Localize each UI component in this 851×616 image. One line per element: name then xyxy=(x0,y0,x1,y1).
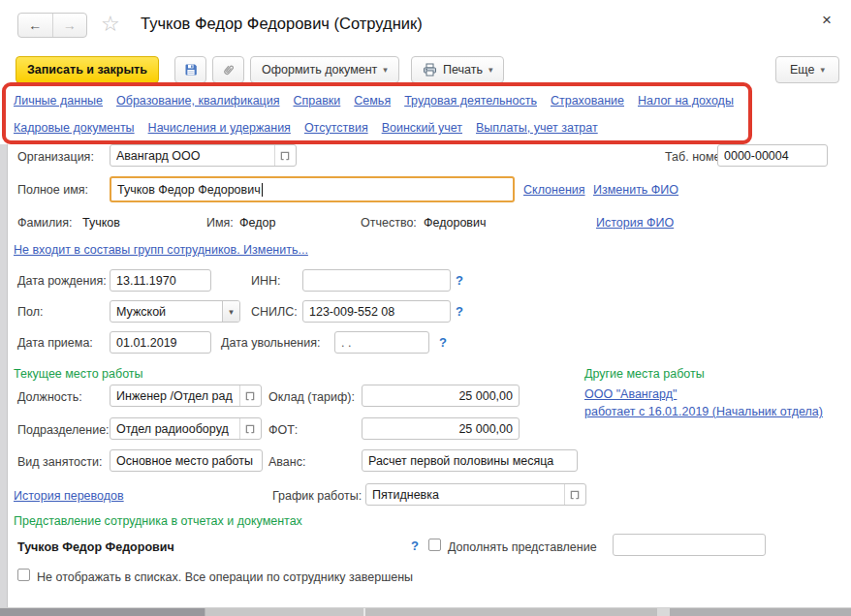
employee-card-window: ← → ☆ Тучков Федор Федорович (Сотрудник)… xyxy=(0,0,851,616)
employment-type-field[interactable]: Основное место работы xyxy=(110,449,263,472)
snils-help-icon[interactable]: ? xyxy=(456,304,463,319)
full-name-field[interactable]: Тучков Федор Федорович xyxy=(110,176,515,202)
change-fio-link[interactable]: Изменить ФИО xyxy=(593,183,678,197)
printer-icon xyxy=(423,63,437,77)
tab-number-field[interactable]: 0000-00004 xyxy=(717,144,828,167)
tab-absences[interactable]: Отсутствия xyxy=(304,121,368,135)
more-button[interactable]: Еще ▾ xyxy=(775,56,839,83)
tab-accruals-deductions[interactable]: Начисления и удержания xyxy=(148,121,291,135)
taskbar-segment xyxy=(657,608,670,616)
tab-income-tax[interactable]: Налог на доходы xyxy=(638,94,734,108)
arrow-right-icon: → xyxy=(63,17,77,33)
save-and-close-label: Записать и закрыть xyxy=(27,63,147,77)
dismissal-date-label: Дата увольнения: xyxy=(221,336,320,350)
surname-label: Фамилия: xyxy=(17,216,73,230)
page-title: Тучков Федор Федорович (Сотрудник) xyxy=(141,15,423,33)
supplement-presentation-label: Дополнять представление xyxy=(448,540,597,554)
first-name-value: Федор xyxy=(239,216,275,230)
make-document-label: Оформить документ xyxy=(262,63,377,77)
tab-military[interactable]: Воинский учет xyxy=(382,121,462,135)
choose-icon[interactable] xyxy=(274,145,290,166)
gender-value: Мужской xyxy=(116,305,222,319)
annotation-red-box xyxy=(2,82,752,144)
gender-label: Пол: xyxy=(17,305,43,319)
patronymic-label: Отчество: xyxy=(361,216,417,230)
tab-number-value: 0000-00004 xyxy=(724,149,821,163)
tab-family[interactable]: Семья xyxy=(354,94,391,108)
tab-hr-documents[interactable]: Кадровые документы xyxy=(14,121,135,135)
supplement-presentation-field[interactable] xyxy=(613,534,766,556)
paperclip-icon xyxy=(221,63,236,77)
inn-field[interactable] xyxy=(302,269,451,292)
hire-date-label: Дата приема: xyxy=(17,336,93,350)
salary-label: Оклад (тариф): xyxy=(268,390,355,404)
other-workplace-details-link[interactable]: работает с 16.01.2019 (Начальник отдела) xyxy=(584,405,823,418)
organization-label: Организация: xyxy=(17,150,94,164)
tab-certificates[interactable]: Справки xyxy=(294,94,341,108)
employment-type-value: Основное место работы xyxy=(116,454,256,468)
schedule-field[interactable]: Пятидневка xyxy=(365,483,586,506)
forward-button[interactable]: → xyxy=(53,14,87,37)
birth-date-field[interactable]: 13.11.1970 xyxy=(110,269,211,292)
arrow-left-icon: ← xyxy=(28,17,42,33)
transfer-history-link[interactable]: История переводов xyxy=(14,489,124,503)
organization-field[interactable]: Авангард ООО xyxy=(110,144,297,167)
attach-button[interactable] xyxy=(212,56,244,83)
salary-field[interactable]: 25 000,00 xyxy=(362,385,520,407)
chevron-down-icon: ▾ xyxy=(383,65,388,75)
presentation-name: Тучков Федор Федорович xyxy=(17,540,174,554)
section-links-row-2: Кадровые документы Начисления и удержани… xyxy=(14,121,598,135)
tab-work-activity[interactable]: Трудовая деятельность xyxy=(404,94,537,108)
inn-help-icon[interactable]: ? xyxy=(456,273,463,288)
surname-value: Тучков xyxy=(82,216,120,230)
favorite-star-icon[interactable]: ☆ xyxy=(101,12,120,37)
tab-education[interactable]: Образование, квалификация xyxy=(116,94,280,108)
tab-payments-costs[interactable]: Выплаты, учет затрат xyxy=(476,121,598,135)
taskbar-segment xyxy=(0,608,205,616)
other-workplace-company-link[interactable]: ООО "Авангард" xyxy=(584,387,677,401)
dismissal-help-icon[interactable]: ? xyxy=(439,335,447,350)
tab-insurance[interactable]: Страхование xyxy=(551,94,624,108)
birth-date-label: Дата рождения: xyxy=(17,274,107,288)
choose-icon[interactable] xyxy=(564,484,580,505)
print-button[interactable]: Печать ▾ xyxy=(411,56,504,83)
supplement-presentation-checkbox[interactable] xyxy=(428,539,441,551)
history-nav-group: ← → xyxy=(17,13,87,38)
patronymic-value: Федорович xyxy=(424,216,486,230)
fio-history-link[interactable]: История ФИО xyxy=(596,216,674,230)
dismissal-date-field[interactable]: . . xyxy=(334,331,429,354)
fot-field[interactable]: 25 000,00 xyxy=(362,417,520,440)
chevron-down-icon: ▾ xyxy=(820,65,825,75)
presentation-help-icon[interactable]: ? xyxy=(411,539,419,553)
hire-date-field[interactable]: 01.01.2019 xyxy=(110,331,211,354)
declensions-link[interactable]: Склонения xyxy=(523,183,585,197)
advance-field[interactable]: Расчет первой половины месяца xyxy=(362,449,578,472)
back-button[interactable]: ← xyxy=(18,14,53,37)
fot-label: ФОТ: xyxy=(268,423,298,437)
advance-label: Аванс: xyxy=(268,455,305,469)
choose-icon[interactable] xyxy=(239,385,255,406)
hide-in-lists-label: Не отображать в списках. Все операции по… xyxy=(37,570,413,584)
advance-value: Расчет первой половины месяца xyxy=(368,454,571,468)
position-field[interactable]: Инженер /Отдел рад xyxy=(110,385,262,407)
gender-combo[interactable]: Мужской ▾ xyxy=(110,300,240,323)
department-field[interactable]: Отдел радиооборуд xyxy=(110,417,262,440)
full-name-value: Тучков Федор Федорович xyxy=(117,183,261,197)
save-button[interactable] xyxy=(174,56,206,83)
hide-in-lists-checkbox[interactable] xyxy=(17,569,30,581)
chevron-down-icon[interactable]: ▾ xyxy=(222,301,239,322)
taskbar-segment xyxy=(205,608,363,616)
snils-label: СНИЛС: xyxy=(251,305,298,319)
make-document-button[interactable]: Оформить документ ▾ xyxy=(250,56,399,83)
employee-groups-link[interactable]: Не входит в составы групп сотрудников. И… xyxy=(14,243,308,257)
tab-personal-data[interactable]: Личные данные xyxy=(14,94,103,108)
choose-icon[interactable] xyxy=(239,418,255,439)
close-icon[interactable]: × xyxy=(822,11,832,30)
save-and-close-button[interactable]: Записать и закрыть xyxy=(16,56,159,83)
current-workplace-header: Текущее место работы xyxy=(14,367,143,381)
snils-field[interactable]: 123-009-552 08 xyxy=(302,300,451,323)
full-name-label: Полное имя: xyxy=(17,183,88,197)
first-name-label: Имя: xyxy=(206,216,234,230)
employment-type-label: Вид занятости: xyxy=(17,455,102,469)
position-value: Инженер /Отдел рад xyxy=(116,389,239,403)
